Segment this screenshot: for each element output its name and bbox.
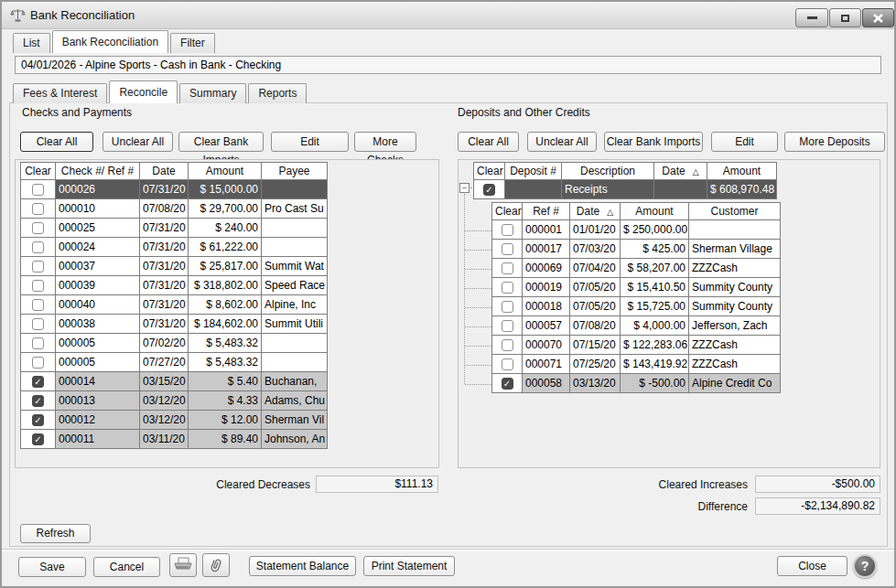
checks-clear-bank-imports-button[interactable]: Clear Bank Imports: [178, 132, 264, 152]
table-row[interactable]: 00002407/31/20$ 61,222.00: [21, 238, 328, 257]
table-row[interactable]: 00002507/31/20$ 240.00: [21, 219, 328, 238]
table-row[interactable]: 00001707/03/20$ 425.00Sherman Village: [492, 240, 781, 259]
column-header[interactable]: Amount: [707, 163, 777, 180]
table-row[interactable]: 00000507/02/20$ 5,483.32: [21, 334, 328, 353]
clear-checkbox[interactable]: [32, 184, 44, 196]
table-row[interactable]: ✓00001303/12/20$ 4.33Adams, Chu: [21, 391, 328, 411]
close-button[interactable]: Close: [777, 556, 847, 576]
table-row[interactable]: 00003907/31/20$ 318,802.00Speed Race: [21, 276, 328, 295]
cell-date: 07/08/20: [570, 316, 621, 336]
maximize-icon: [841, 15, 849, 22]
minimize-button[interactable]: [795, 8, 828, 27]
table-row[interactable]: 00004007/31/20$ 8,602.00Alpine, Inc: [21, 295, 328, 315]
tab-reconcile[interactable]: Reconcile: [109, 80, 178, 103]
clear-checkbox[interactable]: [502, 224, 513, 236]
cancel-button[interactable]: Cancel: [93, 557, 160, 577]
table-row[interactable]: 00001907/05/20$ 15,410.50Summity County: [492, 278, 781, 297]
table-row[interactable]: 00005707/08/20$ 4,000.00Jefferson, Zach: [492, 316, 781, 336]
clear-checkbox[interactable]: ✓: [483, 184, 495, 196]
print-statement-button[interactable]: Print Statement: [363, 556, 455, 576]
print-button[interactable]: [169, 553, 197, 577]
checks-edit-button[interactable]: Edit: [271, 132, 349, 152]
clear-checkbox[interactable]: [32, 337, 44, 349]
table-row[interactable]: 00003707/31/20$ 25,817.00Summit Wat: [21, 257, 328, 276]
column-header[interactable]: Clear: [474, 163, 505, 180]
table-row[interactable]: 00000101/01/20$ 250,000.00: [492, 220, 781, 240]
clear-checkbox[interactable]: ✓: [32, 433, 44, 445]
column-header[interactable]: Ref #: [523, 203, 570, 220]
column-header[interactable]: Customer: [689, 203, 781, 220]
table-row[interactable]: 00001007/08/20$ 29,700.00Pro Cast Su: [21, 199, 328, 219]
checks-unclear-all-button[interactable]: Unclear All: [103, 132, 173, 152]
clear-checkbox[interactable]: [32, 222, 44, 234]
deposits-clear-bank-imports-button[interactable]: Clear Bank Imports: [604, 132, 703, 152]
column-header[interactable]: Date: [140, 163, 189, 180]
column-header[interactable]: Deposit #: [505, 163, 562, 180]
maximize-button[interactable]: [829, 8, 861, 27]
tab-fees-interest[interactable]: Fees & Interest: [13, 83, 107, 103]
statement-balance-button[interactable]: Statement Balance: [249, 556, 356, 576]
column-header[interactable]: Check #/ Ref #: [56, 163, 140, 180]
clear-checkbox[interactable]: [32, 241, 44, 253]
title-bar[interactable]: Bank Reconciliation: [2, 2, 894, 29]
clear-checkbox[interactable]: [32, 299, 44, 311]
clear-checkbox[interactable]: [32, 261, 44, 273]
clear-checkbox[interactable]: [32, 318, 44, 330]
cell-date: 07/31/20: [140, 315, 189, 334]
cell-payee: Alpine, Inc: [262, 295, 328, 315]
deposits-clear-all-button[interactable]: Clear All: [458, 132, 519, 152]
table-row[interactable]: ✓00001403/15/20$ 5.40Buchanan,: [21, 372, 328, 391]
clear-checkbox[interactable]: ✓: [32, 395, 44, 407]
column-header[interactable]: Amount: [189, 163, 262, 180]
table-row[interactable]: ✓00005803/13/20$ -500.00Alpine Credit Co: [492, 374, 781, 393]
clear-checkbox[interactable]: [502, 282, 513, 294]
refresh-button[interactable]: Refresh: [20, 524, 91, 543]
column-header[interactable]: Date△: [570, 203, 621, 220]
more-deposits-button[interactable]: More Deposits: [784, 132, 885, 152]
tab-bank-reconciliation[interactable]: Bank Reconciliation: [52, 30, 168, 53]
column-header[interactable]: Amount: [621, 203, 689, 220]
clear-checkbox[interactable]: [502, 339, 513, 351]
account-bar[interactable]: 04/01/2026 - Alpine Sports - Cash in Ban…: [15, 56, 881, 74]
help-button[interactable]: ?: [853, 554, 877, 578]
tab-filter[interactable]: Filter: [170, 33, 215, 53]
checks-clear-all-button[interactable]: Clear All: [20, 132, 93, 152]
table-row[interactable]: 00007107/25/20$ 143,419.92ZZZCash: [492, 355, 781, 374]
attachments-button[interactable]: [202, 553, 230, 577]
collapse-receipts-toggle[interactable]: −: [459, 183, 470, 193]
column-header[interactable]: Payee: [262, 163, 328, 180]
clear-checkbox[interactable]: [502, 358, 513, 370]
deposits-unclear-all-button[interactable]: Unclear All: [527, 132, 597, 152]
save-button[interactable]: Save: [18, 557, 86, 577]
column-header[interactable]: Description: [562, 163, 654, 180]
table-row[interactable]: ✓00001103/11/20$ 89.40Johnson, An: [21, 430, 328, 449]
clear-checkbox[interactable]: [502, 243, 513, 255]
close-window-button[interactable]: [862, 8, 894, 27]
clear-checkbox[interactable]: [502, 301, 513, 313]
clear-checkbox[interactable]: ✓: [502, 378, 513, 390]
deposits-edit-button[interactable]: Edit: [711, 132, 778, 152]
clear-checkbox[interactable]: ✓: [32, 414, 44, 426]
table-row[interactable]: ✓00001203/12/20$ 12.00Sherman Vil: [21, 411, 328, 430]
tab-reports[interactable]: Reports: [248, 83, 307, 103]
clear-checkbox[interactable]: [502, 320, 513, 332]
tab-list[interactable]: List: [13, 33, 50, 53]
table-row[interactable]: 00001807/05/20$ 15,725.00Summity County: [492, 297, 781, 316]
clear-checkbox[interactable]: [32, 203, 44, 215]
table-row[interactable]: 00002607/31/20$ 15,000.00: [21, 180, 328, 199]
table-row[interactable]: 00003807/31/20$ 184,602.00Summit Utili: [21, 315, 328, 334]
column-header[interactable]: Date△: [654, 163, 707, 180]
table-row[interactable]: 00007007/15/20$ 122,283.06ZZZCash: [492, 336, 781, 355]
clear-checkbox[interactable]: [32, 280, 44, 292]
tree-connector: [465, 230, 491, 231]
column-header[interactable]: Clear: [492, 203, 523, 220]
table-row[interactable]: 00006907/04/20$ 58,207.00ZZZCash: [492, 259, 781, 278]
table-row[interactable]: ✓Receipts$ 608,970.48: [474, 180, 777, 199]
column-header[interactable]: Clear: [21, 163, 56, 180]
tab-summary[interactable]: Summary: [179, 83, 246, 103]
clear-checkbox[interactable]: [502, 262, 513, 274]
clear-checkbox[interactable]: [32, 357, 44, 369]
clear-checkbox[interactable]: ✓: [32, 376, 44, 388]
table-row[interactable]: 00000507/27/20$ 5,483.32: [21, 353, 328, 372]
more-checks-button[interactable]: More Checks: [354, 132, 416, 152]
